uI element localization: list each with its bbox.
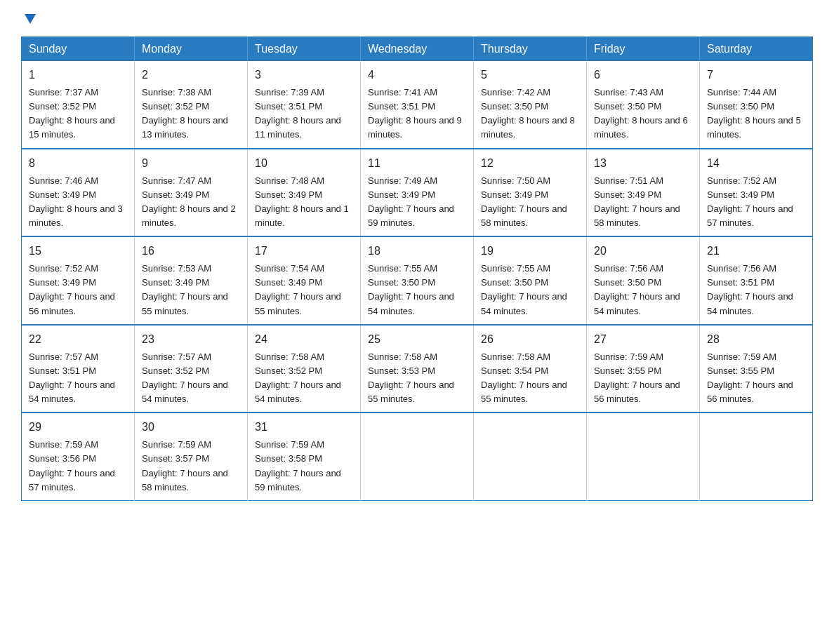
day-number: 1 — [29, 67, 127, 83]
calendar-cell: 4Sunrise: 7:41 AMSunset: 3:51 PMDaylight… — [361, 61, 474, 149]
day-info: Sunrise: 7:42 AMSunset: 3:50 PMDaylight:… — [481, 87, 575, 140]
day-number: 31 — [255, 419, 353, 436]
logo-line1 — [21, 14, 38, 27]
calendar-cell — [587, 412, 700, 500]
day-number: 26 — [481, 331, 579, 348]
day-info: Sunrise: 7:52 AMSunset: 3:49 PMDaylight:… — [707, 175, 793, 228]
day-number: 24 — [255, 331, 353, 348]
calendar-cell: 2Sunrise: 7:38 AMSunset: 3:52 PMDaylight… — [135, 61, 248, 149]
calendar-cell: 8Sunrise: 7:46 AMSunset: 3:49 PMDaylight… — [22, 149, 135, 237]
calendar-cell: 21Sunrise: 7:56 AMSunset: 3:51 PMDayligh… — [700, 236, 813, 325]
day-number: 17 — [255, 243, 353, 260]
calendar-cell — [700, 412, 813, 500]
day-info: Sunrise: 7:57 AMSunset: 3:52 PMDaylight:… — [142, 351, 228, 404]
calendar-cell: 25Sunrise: 7:58 AMSunset: 3:53 PMDayligh… — [361, 325, 474, 413]
logo-arrow-icon — [22, 11, 38, 27]
day-header-friday: Friday — [587, 37, 700, 62]
day-number: 9 — [142, 155, 240, 172]
day-number: 30 — [142, 419, 240, 436]
day-info: Sunrise: 7:54 AMSunset: 3:49 PMDaylight:… — [255, 263, 341, 316]
day-info: Sunrise: 7:50 AMSunset: 3:49 PMDaylight:… — [481, 175, 567, 228]
calendar-cell: 31Sunrise: 7:59 AMSunset: 3:58 PMDayligh… — [248, 412, 361, 500]
day-number: 29 — [29, 419, 127, 436]
day-info: Sunrise: 7:48 AMSunset: 3:49 PMDaylight:… — [255, 175, 349, 228]
calendar-cell: 6Sunrise: 7:43 AMSunset: 3:50 PMDaylight… — [587, 61, 700, 149]
calendar-week-3: 15Sunrise: 7:52 AMSunset: 3:49 PMDayligh… — [22, 236, 813, 325]
calendar-cell: 19Sunrise: 7:55 AMSunset: 3:50 PMDayligh… — [474, 236, 587, 325]
day-header-wednesday: Wednesday — [361, 37, 474, 62]
calendar-cell: 14Sunrise: 7:52 AMSunset: 3:49 PMDayligh… — [700, 149, 813, 237]
day-info: Sunrise: 7:58 AMSunset: 3:53 PMDaylight:… — [368, 351, 454, 404]
day-info: Sunrise: 7:38 AMSunset: 3:52 PMDaylight:… — [142, 87, 228, 140]
day-info: Sunrise: 7:56 AMSunset: 3:50 PMDaylight:… — [594, 263, 680, 316]
day-info: Sunrise: 7:55 AMSunset: 3:50 PMDaylight:… — [368, 263, 454, 316]
calendar-cell: 7Sunrise: 7:44 AMSunset: 3:50 PMDaylight… — [700, 61, 813, 149]
day-number: 18 — [368, 243, 466, 260]
day-info: Sunrise: 7:46 AMSunset: 3:49 PMDaylight:… — [29, 175, 123, 228]
calendar-cell: 24Sunrise: 7:58 AMSunset: 3:52 PMDayligh… — [248, 325, 361, 413]
calendar-cell: 12Sunrise: 7:50 AMSunset: 3:49 PMDayligh… — [474, 149, 587, 237]
day-number: 23 — [142, 331, 240, 348]
day-number: 14 — [707, 155, 805, 172]
day-info: Sunrise: 7:43 AMSunset: 3:50 PMDaylight:… — [594, 87, 688, 140]
calendar-header: SundayMondayTuesdayWednesdayThursdayFrid… — [22, 37, 813, 62]
day-info: Sunrise: 7:59 AMSunset: 3:55 PMDaylight:… — [594, 351, 680, 404]
calendar-cell: 13Sunrise: 7:51 AMSunset: 3:49 PMDayligh… — [587, 149, 700, 237]
day-info: Sunrise: 7:59 AMSunset: 3:58 PMDaylight:… — [255, 439, 341, 492]
calendar-cell: 27Sunrise: 7:59 AMSunset: 3:55 PMDayligh… — [587, 325, 700, 413]
day-number: 12 — [481, 155, 579, 172]
calendar-week-2: 8Sunrise: 7:46 AMSunset: 3:49 PMDaylight… — [22, 149, 813, 237]
calendar-cell: 28Sunrise: 7:59 AMSunset: 3:55 PMDayligh… — [700, 325, 813, 413]
day-info: Sunrise: 7:56 AMSunset: 3:51 PMDaylight:… — [707, 263, 793, 316]
day-info: Sunrise: 7:37 AMSunset: 3:52 PMDaylight:… — [29, 87, 115, 140]
day-number: 13 — [594, 155, 692, 172]
day-info: Sunrise: 7:59 AMSunset: 3:56 PMDaylight:… — [29, 439, 115, 492]
calendar-cell: 23Sunrise: 7:57 AMSunset: 3:52 PMDayligh… — [135, 325, 248, 413]
calendar-cell: 11Sunrise: 7:49 AMSunset: 3:49 PMDayligh… — [361, 149, 474, 237]
calendar-cell — [361, 412, 474, 500]
day-number: 28 — [707, 331, 805, 348]
calendar-cell: 20Sunrise: 7:56 AMSunset: 3:50 PMDayligh… — [587, 236, 700, 325]
day-number: 11 — [368, 155, 466, 172]
day-header-monday: Monday — [135, 37, 248, 62]
day-info: Sunrise: 7:58 AMSunset: 3:54 PMDaylight:… — [481, 351, 567, 404]
calendar-cell: 5Sunrise: 7:42 AMSunset: 3:50 PMDaylight… — [474, 61, 587, 149]
day-info: Sunrise: 7:44 AMSunset: 3:50 PMDaylight:… — [707, 87, 801, 140]
calendar-cell: 15Sunrise: 7:52 AMSunset: 3:49 PMDayligh… — [22, 236, 135, 325]
calendar-cell: 17Sunrise: 7:54 AMSunset: 3:49 PMDayligh… — [248, 236, 361, 325]
day-info: Sunrise: 7:58 AMSunset: 3:52 PMDaylight:… — [255, 351, 341, 404]
day-info: Sunrise: 7:39 AMSunset: 3:51 PMDaylight:… — [255, 87, 341, 140]
header-row: SundayMondayTuesdayWednesdayThursdayFrid… — [22, 37, 813, 62]
day-number: 16 — [142, 243, 240, 260]
day-number: 19 — [481, 243, 579, 260]
calendar-cell: 30Sunrise: 7:59 AMSunset: 3:57 PMDayligh… — [135, 412, 248, 500]
day-number: 4 — [368, 67, 466, 83]
day-info: Sunrise: 7:47 AMSunset: 3:49 PMDaylight:… — [142, 175, 236, 228]
day-header-thursday: Thursday — [474, 37, 587, 62]
day-number: 25 — [368, 331, 466, 348]
calendar-cell — [474, 412, 587, 500]
day-number: 22 — [29, 331, 127, 348]
day-info: Sunrise: 7:59 AMSunset: 3:55 PMDaylight:… — [707, 351, 793, 404]
calendar-week-1: 1Sunrise: 7:37 AMSunset: 3:52 PMDaylight… — [22, 61, 813, 149]
day-info: Sunrise: 7:51 AMSunset: 3:49 PMDaylight:… — [594, 175, 680, 228]
calendar-week-5: 29Sunrise: 7:59 AMSunset: 3:56 PMDayligh… — [22, 412, 813, 500]
svg-marker-0 — [25, 14, 36, 24]
calendar-cell: 26Sunrise: 7:58 AMSunset: 3:54 PMDayligh… — [474, 325, 587, 413]
day-info: Sunrise: 7:59 AMSunset: 3:57 PMDaylight:… — [142, 439, 228, 492]
logo — [21, 14, 38, 24]
day-header-sunday: Sunday — [22, 37, 135, 62]
day-info: Sunrise: 7:55 AMSunset: 3:50 PMDaylight:… — [481, 263, 567, 316]
day-number: 10 — [255, 155, 353, 172]
day-info: Sunrise: 7:41 AMSunset: 3:51 PMDaylight:… — [368, 87, 462, 140]
day-number: 3 — [255, 67, 353, 83]
day-info: Sunrise: 7:53 AMSunset: 3:49 PMDaylight:… — [142, 263, 228, 316]
calendar-cell: 9Sunrise: 7:47 AMSunset: 3:49 PMDaylight… — [135, 149, 248, 237]
day-info: Sunrise: 7:52 AMSunset: 3:49 PMDaylight:… — [29, 263, 115, 316]
day-number: 8 — [29, 155, 127, 172]
calendar-cell: 29Sunrise: 7:59 AMSunset: 3:56 PMDayligh… — [22, 412, 135, 500]
day-info: Sunrise: 7:49 AMSunset: 3:49 PMDaylight:… — [368, 175, 454, 228]
calendar-cell: 16Sunrise: 7:53 AMSunset: 3:49 PMDayligh… — [135, 236, 248, 325]
calendar-cell: 10Sunrise: 7:48 AMSunset: 3:49 PMDayligh… — [248, 149, 361, 237]
calendar-cell: 3Sunrise: 7:39 AMSunset: 3:51 PMDaylight… — [248, 61, 361, 149]
